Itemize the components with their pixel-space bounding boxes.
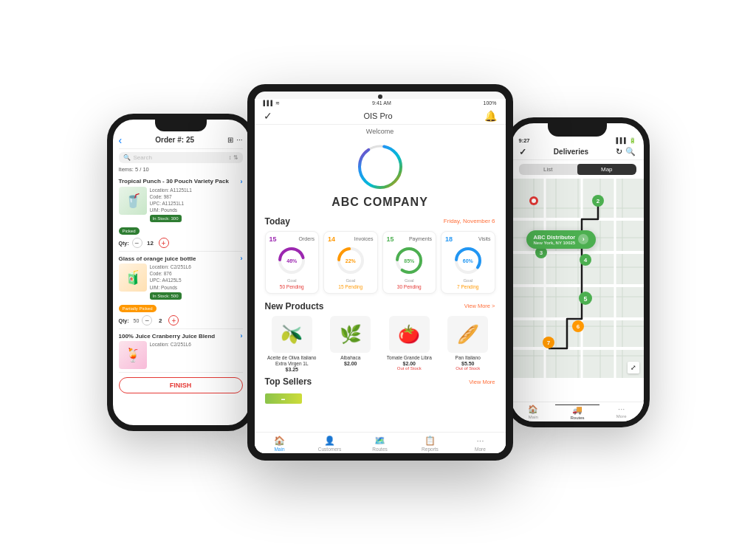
stat-pending-invoices: 15 Pending [328,284,374,289]
tab-more-label: More [475,447,486,452]
filter-icon[interactable]: ⇅ [233,154,238,161]
expand-map-button[interactable]: ⤢ [628,362,639,373]
sort-icon[interactable]: ↕ [229,154,232,161]
stats-row: 15 Orders 46% Goal 50 Pending [265,231,495,294]
prod-img-1: 🫒 [272,316,312,353]
r-tab-main[interactable]: 🏠 Main [512,404,556,420]
refresh-icon[interactable]: ↻ [616,147,622,156]
routes-icon: 🗺️ [374,435,385,446]
product-card-1: Tropical Punch - 30 Pouch Variety Pack ›… [119,175,243,252]
stat-goal-invoices: Goal [328,278,374,283]
company-name: ABC COMPANY [331,196,428,209]
new-products-section: New Products View More > 🫒 Aceite de Oli… [255,301,506,373]
qr-icon[interactable]: ⊞ [227,136,233,144]
donut-pct-payments: 85% [404,258,414,263]
logo-area: ABC COMPANY [255,137,506,216]
donut-payments: 85% [394,245,425,276]
svg-text:3: 3 [539,249,543,256]
prod-name-2: Albahaca [323,355,378,361]
qty-plus-1[interactable]: + [159,238,169,248]
popup-content: ABC Distributor New York, NY 10025 [534,234,576,245]
svg-text:6: 6 [576,323,580,330]
prod-img-2: 🌿 [330,316,371,353]
r-routes-icon: 🚚 [572,405,583,415]
donut-pct-visits: 60% [463,258,473,263]
out-of-stock-4: Out of Stock [441,366,495,371]
prod-name-3: Tomate Grande Libra [382,355,437,361]
product-item-3: 🍅 Tomate Grande Libra $2.00 Out of Stock [382,316,437,373]
chevron-icon-3[interactable]: › [241,332,243,340]
tab-main-label: Main [274,447,284,452]
qty-control-1: − 12 + [132,238,169,248]
tab-more[interactable]: ··· More [456,435,506,452]
customers-icon: 👤 [324,435,335,446]
product-details-1: Location: A11251L1 Code: 987 UPC: A11251… [150,187,192,223]
app-title: OIS Pro [272,111,484,120]
view-more-sellers[interactable]: View More [469,379,495,385]
map-area: 2 3 4 5 6 7 [512,179,644,378]
phone-notch [155,120,207,131]
qty-row-1: Qty: − 12 + [119,238,243,248]
svg-point-1 [360,146,401,187]
prod-price-2: $2.00 [323,361,378,366]
delivery-popup[interactable]: ABC Distributor New York, NY 10025 › [526,230,597,249]
tab-customers[interactable]: 👤 Customers [305,435,355,452]
r-tab-routes[interactable]: 🚚 Routes [555,404,599,420]
svg-text:5: 5 [583,295,587,303]
stat-count-visits: 18 [445,235,453,243]
qty-minus-2[interactable]: − [142,315,152,326]
list-toggle[interactable]: List [519,164,578,175]
tab-main[interactable]: 🏠 Main [255,435,305,452]
chevron-icon-1[interactable]: › [241,178,243,185]
tablet: ▌▌▌ ≋ 9:41 AM 100% ✓ OIS Pro 🔔 Welcome [247,84,513,461]
r-tab-more[interactable]: ··· More [599,404,644,420]
qty-minus-1[interactable]: − [132,238,142,248]
items-count: Items: 5 / 10 [119,166,243,173]
qty-plus-2[interactable]: + [168,315,179,326]
r-main-label: Main [529,415,538,419]
top-sellers-title: Top Sellers [265,376,312,387]
today-section: Today Friday, November 6 15 Orders [255,216,506,294]
view-more-button[interactable]: View More > [464,303,495,309]
back-button[interactable]: ‹ [119,134,123,146]
tab-customers-label: Customers [318,447,341,452]
qty-value-2: 2 [154,317,166,324]
header-icons: ⊞ ··· [227,136,242,144]
stat-count-invoices: 14 [328,235,335,243]
right-logo: ✓ [519,147,526,157]
more-icon[interactable]: ··· [236,136,242,144]
stat-label-payments: Payments [409,236,432,241]
stat-card-payments: 15 Payments 85% Goal 30 Pendin [382,231,437,294]
finish-button[interactable]: FINISH [119,377,243,393]
left-phone: ‹ Order #: 25 ⊞ ··· 🔍 Search ↕ ⇅ Items: … [107,114,255,431]
search-icon-right[interactable]: 🔍 [625,147,636,156]
order-header: ‹ Order #: 25 ⊞ ··· [119,131,243,149]
company-logo [354,141,406,193]
right-phone: 9:27 ▌▌▌ 🔋 ✓ Deliveries ↻ 🔍 List Map [506,117,650,427]
prod-price-3: $2.00 [382,361,437,366]
map-toggle: List Map [519,164,636,175]
tablet-nav: ✓ OIS Pro 🔔 [255,108,506,125]
product-row-2: 🧃 Location: C2/251L6 Code: 876 UPC: A412… [119,264,243,300]
tab-reports[interactable]: 📋 Reports [405,435,456,452]
bell-icon[interactable]: 🔔 [484,110,497,122]
map-toggle-btn[interactable]: Map [577,164,636,175]
popup-name: ABC Distributor [534,234,576,241]
scene: ‹ Order #: 25 ⊞ ··· 🔍 Search ↕ ⇅ Items: … [9,10,747,534]
chevron-icon-2[interactable]: › [241,255,243,262]
tablet-screen: ▌▌▌ ≋ 9:41 AM 100% ✓ OIS Pro 🔔 Welcome [255,99,506,461]
svg-text:4: 4 [583,257,587,264]
prod-name-4: Pan Italiano [441,355,495,361]
search-bar[interactable]: 🔍 Search ↕ ⇅ [119,152,243,163]
tablet-status-bar: ▌▌▌ ≋ 9:41 AM 100% [255,99,506,108]
tab-routes[interactable]: 🗺️ Routes [355,435,405,452]
right-signal: ▌▌▌ 🔋 [616,137,636,144]
donut-orders: 46% [276,245,307,276]
popup-arrow[interactable]: › [578,234,588,244]
main-icon: 🏠 [274,435,285,446]
welcome-text: Welcome [255,125,506,137]
tablet-battery: 100% [484,100,497,106]
product-item-1: 🫒 Aceite de Oliva Italiano Extra Virgen … [265,316,320,373]
prod-name-1: Aceite de Oliva Italiano Extra Virgen 1L [265,355,320,368]
donut-invoices: 22% [335,245,366,276]
